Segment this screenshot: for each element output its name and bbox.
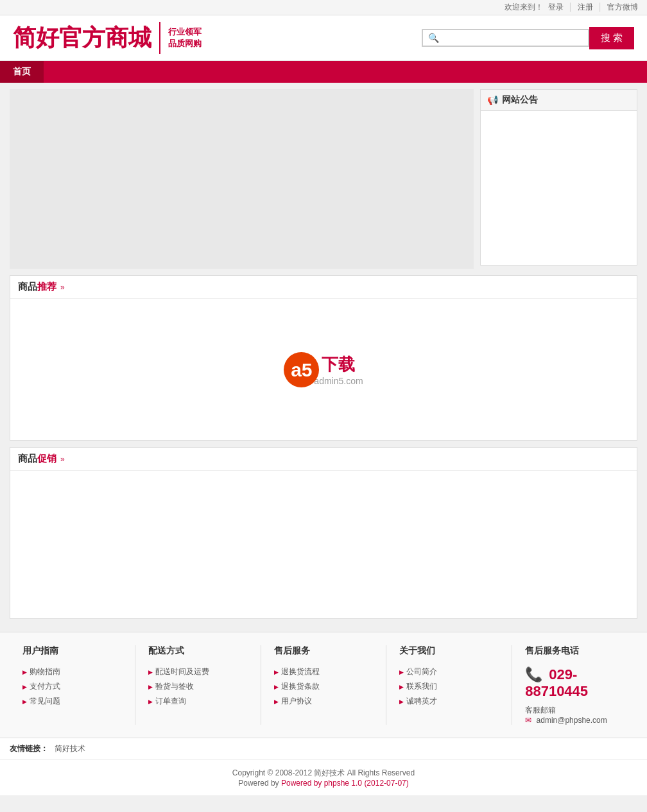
powered-text: Powered by Powered by phpshe 1.0 (2012-0… — [8, 779, 639, 788]
list-item: 公司简介 — [399, 666, 499, 677]
friendly-links: 友情链接： 简好技术 — [0, 738, 647, 759]
footer-link-order-query[interactable]: 订单查询 — [148, 697, 186, 706]
a5-circle: a5 — [284, 352, 319, 387]
recommend-label-normal: 商品 — [18, 281, 37, 293]
footer-link-return-terms[interactable]: 退换货条款 — [274, 682, 320, 691]
footer-link-join-us[interactable]: 诚聘英才 — [399, 697, 437, 706]
promotion-arrow: » — [60, 455, 65, 464]
search-input[interactable] — [442, 33, 583, 43]
footer-col3-title: 售后服务 — [274, 645, 374, 660]
footer-link-faq[interactable]: 常见问题 — [22, 697, 60, 706]
footer-link-contact-us[interactable]: 联系我们 — [399, 682, 437, 691]
announcement-box: 📢 网站公告 — [480, 89, 637, 266]
promotion-header: 商品 促销 » — [10, 448, 637, 471]
list-item: 联系我们 — [399, 681, 499, 692]
email-address: ✉ admin@phpshe.com — [525, 716, 625, 725]
slogan-line2: 品质网购 — [168, 38, 202, 49]
search-icon: 🔍 — [428, 33, 439, 43]
promotion-label-normal: 商品 — [18, 453, 37, 465]
footer-link-shopping-guide[interactable]: 购物指南 — [22, 667, 60, 676]
phone-icon: 📞 — [525, 666, 542, 682]
recommend-header: 商品 推荐 » — [10, 276, 637, 299]
footer-col4-title: 关于我们 — [399, 645, 499, 660]
footer-link-return-process[interactable]: 退换货流程 — [274, 667, 320, 676]
announcement-title: 网站公告 — [502, 94, 538, 106]
announcement-icon: 📢 — [487, 95, 498, 105]
search-button[interactable]: 搜 索 — [589, 27, 634, 49]
recommend-body: a5 下载 admin5.com — [10, 299, 637, 440]
a5-text-block: 下载 admin5.com — [314, 353, 363, 386]
footer-link-inspection[interactable]: 验货与签收 — [148, 682, 194, 691]
list-item: 购物指南 — [22, 666, 122, 677]
recommend-arrow: » — [60, 283, 65, 292]
top-bar: 欢迎来到！ 登录 │ 注册 │ 官方微博 — [0, 0, 647, 15]
logo-area: 简好官方商城 行业领军 品质网购 — [13, 22, 202, 54]
banner-area — [10, 89, 474, 269]
footer-col1-title: 用户指南 — [22, 645, 122, 660]
announcement-body — [481, 111, 637, 265]
product-recommend-section: 商品 推荐 » a5 下载 admin5.com — [10, 275, 637, 441]
footer-col-delivery: 配送方式 配送时间及运费 验货与签收 订单查询 — [135, 645, 261, 725]
a5-domain: admin5.com — [314, 376, 363, 386]
header: 简好官方商城 行业领军 品质网购 🔍 搜 索 — [0, 15, 647, 61]
content-row: 📢 网站公告 — [10, 89, 637, 269]
footer-link-user-agreement[interactable]: 用户协议 — [274, 697, 312, 706]
logo-text: 简好官方商城 — [13, 22, 151, 54]
phone-number: 📞 029-88710445 — [525, 666, 625, 700]
footer-cols: 用户指南 购物指南 支付方式 常见问题 配送方式 配送时间及运费 验货与签收 订… — [10, 645, 637, 725]
sidebar: 📢 网站公告 — [480, 89, 637, 269]
search-area: 🔍 搜 索 — [422, 27, 634, 49]
friendly-links-label: 友情链接： — [10, 743, 48, 754]
powered-link[interactable]: Powered by phpshe 1.0 (2012-07-07) — [281, 779, 409, 788]
friendly-link-jianhao[interactable]: 简好技术 — [55, 743, 85, 754]
weibo-link[interactable]: 官方微博 — [607, 3, 638, 12]
search-input-wrap: 🔍 — [422, 29, 589, 47]
email-icon: ✉ — [525, 716, 531, 725]
login-link[interactable]: 登录 — [548, 3, 564, 12]
register-link[interactable]: 注册 — [578, 3, 593, 12]
promotion-body — [10, 471, 637, 618]
email-label: 客服邮箱 — [525, 705, 625, 716]
footer-link-payment[interactable]: 支付方式 — [22, 682, 60, 691]
copyright-text: Copyright © 2008-2012 简好技术 All Rights Re… — [8, 768, 639, 779]
list-item: 退换货流程 — [274, 666, 374, 677]
footer-link-company-intro[interactable]: 公司简介 — [399, 667, 437, 676]
list-item: 配送时间及运费 — [148, 666, 248, 677]
footer-link-delivery-time[interactable]: 配送时间及运费 — [148, 667, 209, 676]
a5-watermark: a5 下载 admin5.com — [284, 352, 363, 387]
nav-item-home[interactable]: 首页 — [0, 61, 44, 83]
footer-links: 用户指南 购物指南 支付方式 常见问题 配送方式 配送时间及运费 验货与签收 订… — [0, 632, 647, 738]
a5-download-text: 下载 — [322, 355, 355, 374]
list-item: 用户协议 — [274, 696, 374, 707]
footer-col-user-guide: 用户指南 购物指南 支付方式 常见问题 — [10, 645, 135, 725]
footer-col5-title: 售后服务电话 — [525, 645, 625, 660]
nav-link-home[interactable]: 首页 — [0, 61, 44, 83]
footer-copyright: Copyright © 2008-2012 简好技术 All Rights Re… — [0, 759, 647, 795]
footer-col2-title: 配送方式 — [148, 645, 248, 660]
promotion-label-highlight: 促销 — [37, 453, 56, 465]
list-item: 订单查询 — [148, 696, 248, 707]
welcome-text: 欢迎来到！ — [505, 3, 543, 12]
footer-col-phone: 售后服务电话 📞 029-88710445 客服邮箱 ✉ admin@phpsh… — [512, 645, 637, 725]
slogan-line1: 行业领军 — [168, 26, 202, 38]
nav: 首页 — [0, 61, 647, 83]
list-item: 支付方式 — [22, 681, 122, 692]
logo-divider — [159, 22, 160, 54]
footer-col-about: 关于我们 公司简介 联系我们 诚聘英才 — [386, 645, 512, 725]
main-container: 📢 网站公告 商品 推荐 » a5 下载 admin5.com — [0, 83, 647, 632]
footer-col-after-sales: 售后服务 退换货流程 退换货条款 用户协议 — [261, 645, 387, 725]
logo-slogan: 行业领军 品质网购 — [168, 26, 202, 49]
list-item: 诚聘英才 — [399, 696, 499, 707]
announcement-header: 📢 网站公告 — [481, 90, 637, 111]
list-item: 常见问题 — [22, 696, 122, 707]
email-text: admin@phpshe.com — [537, 716, 607, 725]
recommend-label-highlight: 推荐 — [37, 281, 56, 293]
list-item: 验货与签收 — [148, 681, 248, 692]
list-item: 退换货条款 — [274, 681, 374, 692]
product-promotion-section: 商品 促销 » — [10, 447, 637, 619]
